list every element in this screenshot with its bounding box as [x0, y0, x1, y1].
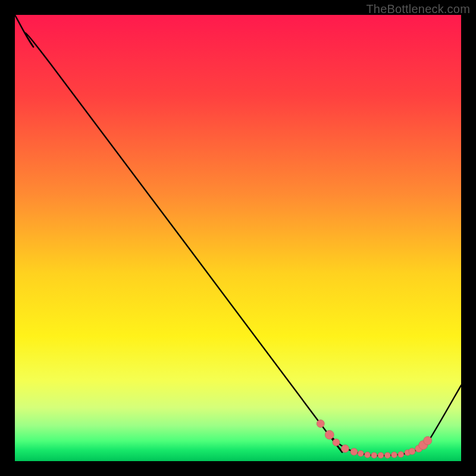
highlight-marker [378, 452, 384, 458]
highlight-marker [371, 452, 377, 458]
highlight-marker [424, 437, 432, 445]
highlight-marker [358, 450, 364, 456]
highlight-marker [392, 452, 397, 458]
highlight-marker [350, 448, 358, 455]
highlight-marker [333, 439, 340, 446]
highlight-marker [365, 452, 371, 458]
highlight-marker [398, 452, 404, 458]
highlight-marker [409, 448, 415, 455]
curve-layer [15, 15, 461, 461]
chart-frame: TheBottleneck.com [0, 0, 476, 476]
highlight-marker [342, 445, 349, 453]
highlight-marker [317, 420, 324, 428]
highlight-marker [325, 430, 334, 439]
attribution-text: TheBottleneck.com [366, 2, 470, 16]
plot-area [15, 15, 461, 461]
bottleneck-curve [15, 15, 461, 456]
highlight-marker [384, 452, 390, 458]
